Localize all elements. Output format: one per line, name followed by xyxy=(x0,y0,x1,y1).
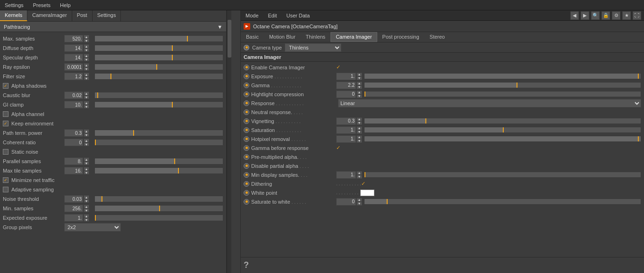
vignetting-slider[interactable] xyxy=(364,118,641,124)
ray-epsilon-down[interactable]: ▼ xyxy=(84,67,89,71)
exposure-radio[interactable] xyxy=(244,74,249,79)
prev-icon[interactable]: ◀ xyxy=(570,11,579,20)
saturation-down[interactable]: ▼ xyxy=(356,130,362,134)
coherent-ratio-down[interactable]: ▼ xyxy=(84,142,89,146)
gamma-before-response-radio[interactable] xyxy=(244,145,249,151)
specular-depth-slider[interactable] xyxy=(94,54,223,61)
gi-clamp-input[interactable] xyxy=(64,101,83,108)
dithering-radio[interactable] xyxy=(244,181,249,187)
camera-type-radio[interactable] xyxy=(244,45,249,50)
menu-help[interactable]: Help xyxy=(58,1,73,9)
parallel-samples-up[interactable]: ▲ xyxy=(84,157,89,161)
noise-threshold-down[interactable]: ▼ xyxy=(84,199,89,203)
response-radio[interactable] xyxy=(244,100,249,106)
caustic-blur-up[interactable]: ▲ xyxy=(84,91,89,95)
diffuse-depth-input[interactable] xyxy=(64,44,83,52)
menu-settings[interactable]: Settings xyxy=(3,1,25,9)
saturation-radio[interactable] xyxy=(244,127,249,133)
gamma-slider[interactable] xyxy=(364,82,641,88)
filter-size-input[interactable] xyxy=(64,73,83,80)
path-term-power-slider[interactable] xyxy=(94,130,223,136)
path-term-power-up[interactable]: ▲ xyxy=(84,129,89,133)
enable-camera-imager-check[interactable]: ✓ xyxy=(336,64,343,71)
highlight-compression-input[interactable] xyxy=(336,91,356,98)
max-samples-input[interactable] xyxy=(64,35,83,42)
neutral-response-check[interactable]: ✓ xyxy=(336,109,343,116)
highlight-compression-up[interactable]: ▲ xyxy=(356,91,362,94)
vignetting-input[interactable] xyxy=(336,117,356,125)
coherent-ratio-slider[interactable] xyxy=(94,139,223,146)
highlight-compression-radio[interactable] xyxy=(244,91,249,97)
path-term-power-input[interactable] xyxy=(64,129,83,137)
disable-partial-alpha-check[interactable]: ✓ xyxy=(336,163,343,169)
hotpixel-removal-down[interactable]: ▼ xyxy=(356,139,362,143)
min-display-samples-up[interactable]: ▲ xyxy=(356,171,362,175)
tab-kernels[interactable]: Kernels xyxy=(0,10,27,21)
specular-depth-down[interactable]: ▼ xyxy=(84,58,89,61)
response-dropdown[interactable]: Linear Agfa Kodak xyxy=(338,99,641,108)
static-noise-checkbox[interactable] xyxy=(3,149,8,155)
hotpixel-removal-input[interactable] xyxy=(336,135,356,143)
noise-threshold-input[interactable] xyxy=(64,195,83,203)
tab-cameraimager[interactable]: CameraImager xyxy=(27,10,72,21)
next-icon[interactable]: ▶ xyxy=(581,11,589,20)
specular-depth-up[interactable]: ▲ xyxy=(84,54,89,58)
cam-tab-stereo[interactable]: Stereo xyxy=(424,32,450,42)
saturation-input[interactable] xyxy=(336,126,356,134)
hotpixel-removal-slider[interactable] xyxy=(364,136,641,142)
gamma-up[interactable]: ▲ xyxy=(356,82,362,85)
white-point-color-box[interactable] xyxy=(360,190,374,196)
alpha-channel-checkbox[interactable] xyxy=(3,111,8,117)
vignetting-radio[interactable] xyxy=(244,118,249,124)
bookmark-icon[interactable]: ★ xyxy=(622,11,631,20)
expected-exposure-input[interactable] xyxy=(64,214,83,222)
caustic-blur-slider[interactable] xyxy=(94,92,223,99)
pathtracing-dropdown[interactable]: Pathtracing ▼ xyxy=(0,22,226,32)
gamma-radio[interactable] xyxy=(244,83,249,88)
noise-threshold-up[interactable]: ▲ xyxy=(84,195,89,199)
max-tile-samples-slider[interactable] xyxy=(94,167,223,174)
group-pixels-select[interactable]: 2x2 4x4 None xyxy=(64,223,121,232)
minimize-net-traffic-checkbox[interactable]: ✓ xyxy=(3,177,8,183)
expected-exposure-slider[interactable] xyxy=(94,215,223,221)
min-display-samples-slider[interactable] xyxy=(364,172,641,178)
min-display-samples-down[interactable]: ▼ xyxy=(356,175,362,179)
camera-type-select[interactable]: Thinlens Panoramic Baking xyxy=(285,43,341,52)
disable-partial-alpha-radio[interactable] xyxy=(244,163,249,169)
vignetting-down[interactable]: ▼ xyxy=(356,121,362,125)
saturate-to-white-slider[interactable] xyxy=(364,199,641,205)
help-icon[interactable]: ? xyxy=(244,260,249,270)
gi-clamp-down[interactable]: ▼ xyxy=(84,105,89,108)
filter-size-down[interactable]: ▼ xyxy=(84,76,89,80)
coherent-ratio-up[interactable]: ▲ xyxy=(84,139,89,142)
path-term-power-down[interactable]: ▼ xyxy=(84,133,89,137)
menu-presets[interactable]: Presets xyxy=(31,1,52,9)
min-samples-slider[interactable] xyxy=(94,205,223,212)
gi-clamp-slider[interactable] xyxy=(94,101,223,108)
gamma-before-response-check[interactable]: ✓ xyxy=(336,145,343,151)
cam-tab-basic[interactable]: Basic xyxy=(241,32,264,42)
highlight-compression-down[interactable]: ▼ xyxy=(356,94,362,98)
cam-tab-camera-imager[interactable]: Camera Imager xyxy=(330,32,377,42)
vignetting-up[interactable]: ▲ xyxy=(356,117,362,121)
max-samples-up[interactable]: ▲ xyxy=(84,35,89,39)
neutral-response-radio[interactable] xyxy=(244,109,249,115)
left-scrollbar[interactable] xyxy=(227,10,231,273)
diffuse-depth-down[interactable]: ▼ xyxy=(84,48,89,52)
right-menu-userdata[interactable]: User Data xyxy=(285,12,312,19)
parallel-samples-slider[interactable] xyxy=(94,158,223,165)
premultiplied-alpha-radio[interactable] xyxy=(244,154,249,160)
filter-size-slider[interactable] xyxy=(94,73,223,80)
tab-settings[interactable]: Settings xyxy=(93,10,121,21)
ray-epsilon-slider[interactable] xyxy=(94,64,223,70)
min-display-samples-radio[interactable] xyxy=(244,172,249,178)
min-samples-down[interactable]: ▼ xyxy=(84,208,89,212)
premultiplied-alpha-check[interactable]: ✓ xyxy=(336,154,343,160)
filter-size-up[interactable]: ▲ xyxy=(84,73,89,76)
max-samples-slider[interactable] xyxy=(94,35,223,42)
hotpixel-removal-radio[interactable] xyxy=(244,136,249,142)
hotpixel-removal-up[interactable]: ▲ xyxy=(356,135,362,139)
gi-clamp-up[interactable]: ▲ xyxy=(84,101,89,105)
ray-epsilon-up[interactable]: ▲ xyxy=(84,63,89,67)
cam-tab-thinlens[interactable]: Thinlens xyxy=(301,32,331,42)
